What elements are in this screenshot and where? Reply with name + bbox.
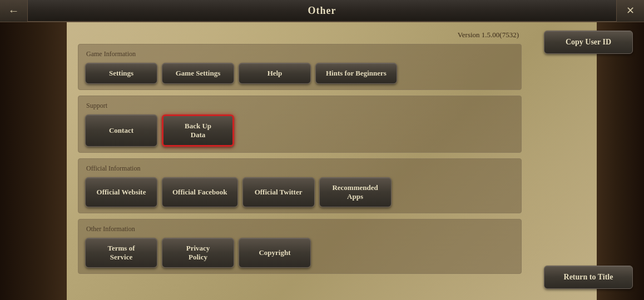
support-section: Support Contact Back UpData <box>78 96 522 153</box>
privacy-policy-button[interactable]: PrivacyPolicy <box>162 238 234 268</box>
back-icon: ← <box>8 4 19 17</box>
hints-button[interactable]: Hints for Beginners <box>315 63 397 84</box>
copy-user-id-button[interactable]: Copy User ID <box>544 31 633 54</box>
backup-data-button[interactable]: Back UpData <box>162 114 234 147</box>
official-facebook-button[interactable]: Official Facebook <box>162 177 238 207</box>
game-information-buttons: Settings Game Settings Help Hints for Be… <box>85 63 514 84</box>
official-twitter-button[interactable]: Official Twitter <box>242 177 315 207</box>
contact-button[interactable]: Contact <box>85 114 157 147</box>
main-content: Version 1.5.00(7532) Game Information Se… <box>0 22 644 300</box>
terms-of-service-button[interactable]: Terms ofService <box>85 238 157 268</box>
right-panel: Copy User ID Return to Title <box>533 22 644 300</box>
recommended-apps-button[interactable]: RecommendedApps <box>319 177 392 207</box>
official-information-buttons: Official Website Official Facebook Offic… <box>85 177 514 207</box>
return-to-title-button[interactable]: Return to Title <box>544 266 633 289</box>
other-information-label: Other Information <box>85 225 514 233</box>
game-settings-button[interactable]: Game Settings <box>162 63 234 84</box>
close-icon: ✕ <box>626 4 635 17</box>
copyright-button[interactable]: Copyright <box>239 238 311 268</box>
center-panel: Version 1.5.00(7532) Game Information Se… <box>67 22 533 300</box>
help-button[interactable]: Help <box>239 63 311 84</box>
back-button[interactable]: ← <box>0 0 28 22</box>
close-button[interactable]: ✕ <box>616 0 644 22</box>
game-information-label: Game Information <box>85 50 514 58</box>
game-information-section: Game Information Settings Game Settings … <box>78 44 522 90</box>
official-website-button[interactable]: Official Website <box>85 177 157 207</box>
settings-button[interactable]: Settings <box>85 63 157 84</box>
other-information-section: Other Information Terms ofService Privac… <box>78 219 522 274</box>
version-text: Version 1.5.00(7532) <box>78 31 522 39</box>
support-buttons: Contact Back UpData <box>85 114 514 147</box>
official-information-section: Official Information Official Website Of… <box>78 158 522 213</box>
left-panel <box>0 22 67 300</box>
official-information-label: Official Information <box>85 164 514 173</box>
other-information-buttons: Terms ofService PrivacyPolicy Copyright <box>85 238 514 268</box>
support-label: Support <box>85 102 514 110</box>
window-title: Other <box>28 5 616 17</box>
title-bar: ← Other ✕ <box>0 0 644 22</box>
